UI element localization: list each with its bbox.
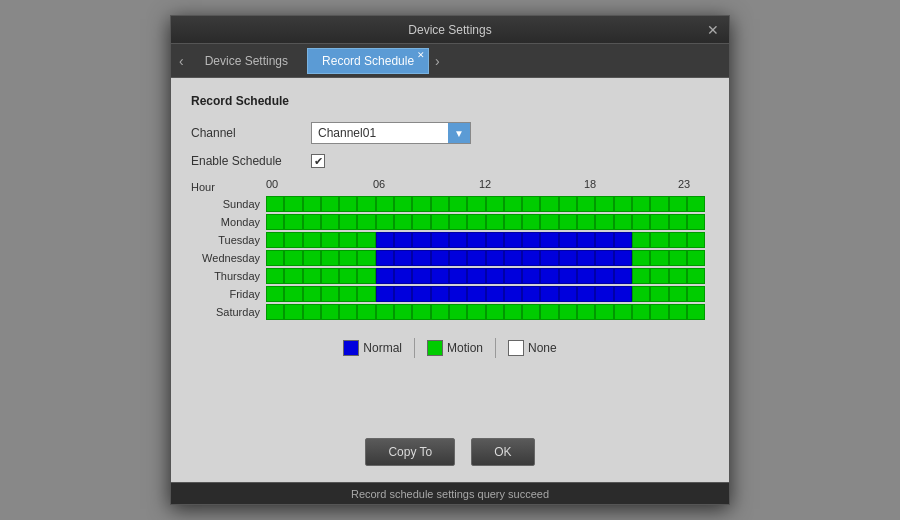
grid-cell[interactable] [431,214,449,230]
grid-cell[interactable] [321,250,339,266]
grid-cell[interactable] [504,286,522,302]
grid-cell[interactable] [632,250,650,266]
grid-cell[interactable] [687,250,705,266]
grid-cell[interactable] [595,232,613,248]
grid-cell[interactable] [394,304,412,320]
grid-cell[interactable] [339,286,357,302]
grid-cell[interactable] [431,268,449,284]
grid-cell[interactable] [431,196,449,212]
grid-cell[interactable] [412,286,430,302]
grid-cell[interactable] [559,304,577,320]
grid-cell[interactable] [357,232,375,248]
grid-cell[interactable] [522,232,540,248]
grid-cell[interactable] [540,268,558,284]
grid-cell[interactable] [614,214,632,230]
grid-cell[interactable] [284,196,302,212]
grid-cell[interactable] [394,268,412,284]
tab-next-button[interactable]: › [431,53,444,69]
grid-cell[interactable] [266,214,284,230]
grid-cell[interactable] [303,214,321,230]
grid-cell[interactable] [614,232,632,248]
grid-cell[interactable] [412,304,430,320]
grid-cell[interactable] [669,286,687,302]
grid-cell[interactable] [303,196,321,212]
grid-cell[interactable] [266,304,284,320]
grid-cell[interactable] [669,196,687,212]
grid-cell[interactable] [522,268,540,284]
grid-cell[interactable] [577,250,595,266]
grid-cell[interactable] [650,250,668,266]
grid-cell[interactable] [449,286,467,302]
grid-cell[interactable] [614,304,632,320]
grid-cell[interactable] [669,214,687,230]
grid-cell[interactable] [650,214,668,230]
grid-cell[interactable] [284,268,302,284]
grid-cell[interactable] [376,196,394,212]
channel-select[interactable]: Channel01 ▼ [311,122,471,144]
grid-cell[interactable] [284,250,302,266]
grid-cell[interactable] [687,214,705,230]
grid-cell[interactable] [339,196,357,212]
grid-cell[interactable] [687,196,705,212]
grid-cell[interactable] [486,196,504,212]
grid-cell[interactable] [357,250,375,266]
grid-cell[interactable] [412,250,430,266]
grid-cell[interactable] [614,268,632,284]
close-button[interactable]: ✕ [705,22,721,38]
grid-cell[interactable] [266,196,284,212]
grid-cell[interactable] [687,268,705,284]
grid-cell[interactable] [650,286,668,302]
grid-cell[interactable] [595,214,613,230]
grid-cell[interactable] [321,196,339,212]
grid-cell[interactable] [559,286,577,302]
grid-cell[interactable] [540,232,558,248]
tab-record-schedule[interactable]: Record Schedule ✕ [307,48,429,74]
grid-cell[interactable] [412,196,430,212]
grid-cell[interactable] [577,214,595,230]
grid-cell[interactable] [614,196,632,212]
grid-cell[interactable] [614,250,632,266]
grid-cell[interactable] [669,304,687,320]
grid-cell[interactable] [339,214,357,230]
grid-cell[interactable] [650,304,668,320]
grid-cell[interactable] [614,286,632,302]
grid-cell[interactable] [540,250,558,266]
grid-cell[interactable] [321,286,339,302]
grid-cell[interactable] [431,304,449,320]
grid-cell[interactable] [303,268,321,284]
grid-cell[interactable] [339,304,357,320]
grid-cell[interactable] [394,250,412,266]
grid-cell[interactable] [376,232,394,248]
grid-cell[interactable] [504,196,522,212]
grid-cell[interactable] [559,250,577,266]
grid-cell[interactable] [559,268,577,284]
grid-cell[interactable] [449,214,467,230]
grid-cell[interactable] [632,232,650,248]
grid-cell[interactable] [595,286,613,302]
grid-cell[interactable] [632,214,650,230]
tab-prev-button[interactable]: ‹ [175,53,188,69]
grid-cell[interactable] [486,250,504,266]
grid-cell[interactable] [650,268,668,284]
grid-cell[interactable] [540,214,558,230]
grid-cell[interactable] [339,232,357,248]
grid-cell[interactable] [284,214,302,230]
grid-cell[interactable] [687,286,705,302]
grid-cell[interactable] [467,304,485,320]
grid-cell[interactable] [284,286,302,302]
grid-cell[interactable] [522,286,540,302]
tab-close-icon[interactable]: ✕ [417,51,425,60]
grid-cell[interactable] [522,214,540,230]
grid-cell[interactable] [303,286,321,302]
grid-cell[interactable] [449,250,467,266]
grid-cell[interactable] [486,286,504,302]
grid-cell[interactable] [577,232,595,248]
grid-cell[interactable] [376,286,394,302]
grid-cell[interactable] [467,268,485,284]
tab-device-settings[interactable]: Device Settings [190,48,303,74]
grid-cell[interactable] [303,304,321,320]
grid-cell[interactable] [431,286,449,302]
grid-cell[interactable] [632,196,650,212]
copy-to-button[interactable]: Copy To [365,438,455,466]
ok-button[interactable]: OK [471,438,534,466]
